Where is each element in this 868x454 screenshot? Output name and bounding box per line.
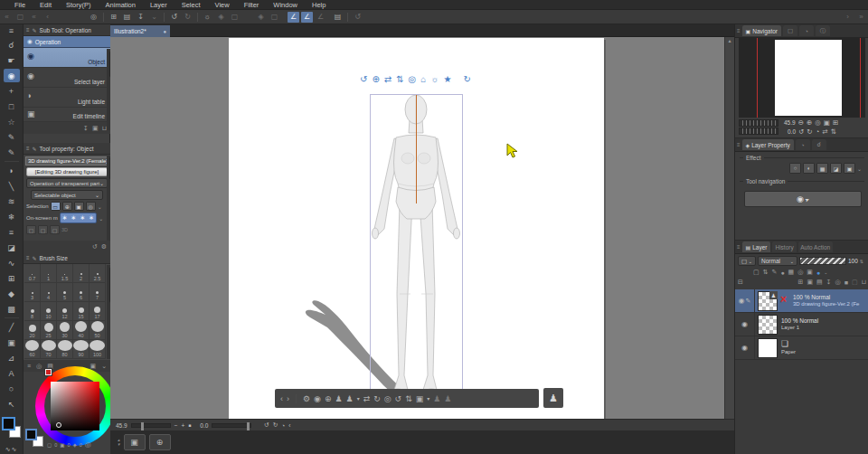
polyline-tool-icon[interactable]: ⊿ [4,351,20,364]
new-layer-icon[interactable]: ⊞ [798,279,804,286]
expression-color-icon[interactable]: ▣ [844,163,855,174]
app-logo-icon[interactable]: ◎ [88,12,99,23]
proportion-icon[interactable]: ⇅ [405,394,412,403]
tab-item-bank[interactable]: ◔ [799,25,814,36]
clip-to-below-icon[interactable]: ▢ [753,269,760,276]
onscreen-manipulator-strip[interactable]: ∗ ∗ ∗ ∗ [60,213,98,223]
brush-size-cell[interactable]: 3 [24,283,41,302]
palette-menu-icon[interactable]: ≡ [737,28,741,33]
object-pose-icon[interactable]: ★ [444,74,452,85]
brush-size-cell[interactable]: 70 [41,340,57,359]
brush-size-cell[interactable]: 30 [57,321,73,340]
brush-size-cell[interactable]: 1.5 [57,264,73,283]
import-subtool-icon[interactable]: ↧ [83,125,89,132]
open-file-icon[interactable]: ▤ [121,12,133,23]
tab-animation-cels[interactable]: ◔ [796,139,810,150]
change-panel-icon[interactable]: ⊟ [738,279,743,286]
ruler-doc-icon[interactable]: ▤ [332,12,344,23]
chevron-down-icon[interactable]: ⌄ [101,363,107,370]
deselect-icon[interactable]: ◈ [255,12,267,23]
brush-size-cell[interactable]: 7 [90,283,106,302]
operation-line-tool-icon[interactable]: ↖ [4,397,20,411]
reset-rotate-icon[interactable]: ◔ [816,128,820,136]
rotate-cw-icon[interactable]: ↻ [807,128,812,136]
selection-mode-4-icon[interactable]: ◎ [86,202,96,211]
transfer-down-icon[interactable]: ↧ [826,279,832,286]
duplicate-subtool-icon[interactable]: ▣ [92,125,99,132]
navigator-preview[interactable] [739,38,865,118]
zoom-reset-icon[interactable]: ■ [188,422,191,428]
palette-menu-icon[interactable]: ≡ [26,27,30,33]
lock-transparent-icon[interactable]: ● [780,270,784,276]
save-dropdown-icon[interactable]: ⌄ [148,12,160,23]
layer-row-3d-figure[interactable]: ◉✎ ♟ ✓ × 100 % Normal 3D drawing figure-… [735,289,868,313]
dot-view-icon[interactable]: ◎ [36,363,42,370]
menu-story[interactable]: Story(P) [59,1,99,9]
brush-size-cell[interactable]: 90 [73,340,90,359]
fill-tool-icon[interactable]: ◆ [4,287,20,300]
brush-tool-icon[interactable]: ╲ [4,179,20,193]
rotate-cw-icon[interactable]: ↻ [273,421,278,429]
transparent-part-dropdown[interactable]: Operation of transparent part ⌄ [26,178,108,188]
frame-border-tool-icon[interactable]: ▣ [4,336,20,349]
fit-window-icon[interactable]: ⊞ [833,118,838,127]
pencil-tool-icon[interactable]: ✎ [4,146,20,159]
snap-ruler-icon[interactable]: ∠ [288,12,299,23]
reset-property-icon[interactable]: ↺ [92,243,98,251]
manipulator-3-icon[interactable]: ∗ [80,214,85,222]
hand-tool-icon[interactable]: ☛ [4,53,20,67]
snap-special-ruler-icon[interactable]: ∠ [301,12,313,23]
lock-layer-icon[interactable]: ✎ [772,269,778,276]
zoom-out-icon[interactable]: ⊖ [798,118,804,127]
visibility-eye-icon[interactable]: ◉ [741,344,748,352]
ground-icon[interactable]: ♟ [335,394,342,403]
transparent-color-swatch[interactable]: ∿∿ [5,446,18,453]
palette-menu-icon[interactable]: ≡ [26,255,30,260]
snap-grid-icon[interactable]: ∠ [315,12,326,23]
opacity-slider[interactable] [799,257,846,265]
selection-mode-2-icon[interactable]: ⊕ [62,202,72,211]
object-rotate-3d-icon[interactable]: ☼ [430,74,439,85]
decoration-tool-icon[interactable]: ❄ [4,210,20,223]
canvas-vertical-scrollbar[interactable]: ▴ [724,37,734,419]
object-move-plane-icon[interactable]: ⇅ [396,74,403,85]
zoom-100-icon[interactable]: ◎ [815,118,821,127]
new-vector-layer-icon[interactable]: ▣ [807,279,813,286]
airbrush-tool-icon[interactable]: ≋ [4,194,20,208]
zoom-slider[interactable] [131,423,171,428]
wrench-icon[interactable]: ⚙ [101,243,107,251]
strip-scroll-icons[interactable]: ▴▾ [118,438,120,447]
erase-cmd-icon[interactable]: ▢ [229,12,241,23]
balloon-tool-icon[interactable]: ○ [4,382,20,395]
center-view-icon[interactable]: ⊕ [325,394,332,403]
tab-information[interactable]: ⓘ [816,25,830,36]
brush-size-cell[interactable]: 80 [57,340,73,359]
brush-size-cell[interactable]: 8 [24,302,41,321]
collapse2-icon[interactable]: « [28,12,40,23]
layer-color-effect-icon[interactable]: ◪ [830,163,842,174]
timeline-button[interactable]: ▣ [124,434,146,450]
pen-tool-icon[interactable]: ✎ [4,130,20,144]
sv-marker[interactable] [56,422,61,428]
clear-icon[interactable]: ☼ [202,12,213,23]
tab-auto-action[interactable]: Auto Action [798,241,833,252]
border-effect-icon[interactable]: ○ [789,163,801,174]
selection-mode-1-icon[interactable]: ▭ [51,202,61,211]
menu-animation[interactable]: Animation [99,1,143,9]
transfer-icon[interactable]: ⇅ [763,269,769,276]
visibility-eye-icon[interactable]: ◉ [739,297,745,305]
brush-size-cell[interactable]: 2 [73,264,90,283]
zoom-in-icon[interactable]: ⊕ [807,118,812,127]
layer-color-icon[interactable]: ● [816,270,820,276]
subtool-item-light-table[interactable]: ◗ Light table [24,88,110,108]
swatch-icon[interactable]: ◈ [73,442,77,448]
body-shape-icon[interactable]: ◎ [384,394,392,403]
save-icon[interactable]: ↧ [135,12,146,23]
flip-view-icon[interactable]: ‹ [288,422,290,429]
model-list-icon[interactable]: ▣ [416,394,424,403]
onion-skin-button[interactable]: ⊕ [149,434,171,450]
flip-horizontal-icon[interactable]: ⇄ [822,128,827,136]
foreground-color-swatch[interactable] [25,429,37,440]
brush-size-cell[interactable]: 5 [57,283,73,302]
swatch-icon[interactable]: ▢ [47,442,52,448]
